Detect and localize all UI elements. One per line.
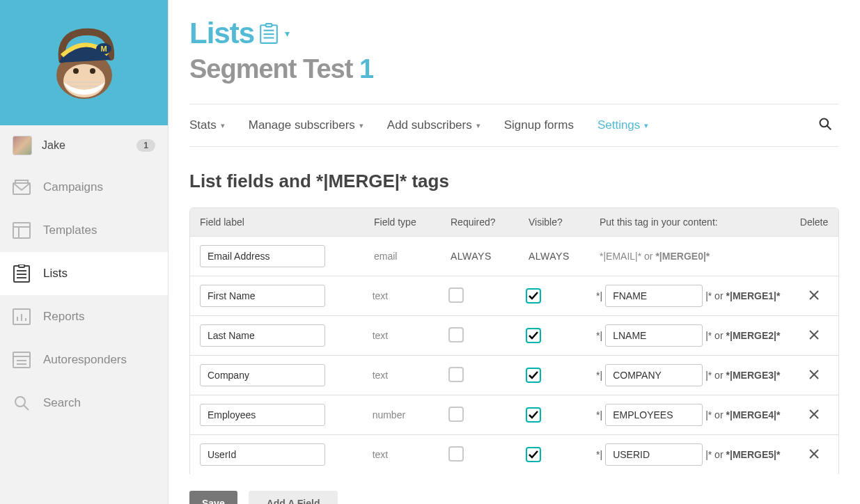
tag-prefix: *|	[596, 449, 602, 460]
user-row[interactable]: Jake 1	[0, 125, 168, 166]
delete-field-button[interactable]	[808, 290, 820, 301]
visible-checkbox[interactable]	[526, 368, 541, 383]
tag-suffix: |* or	[705, 290, 723, 301]
tag-suffix: |* or	[705, 409, 723, 420]
visible-checkbox[interactable]	[526, 447, 541, 462]
field-type: email	[364, 242, 441, 270]
col-header-tag: Put this tag in your content:	[590, 208, 790, 236]
svg-rect-28	[266, 24, 272, 26]
sidebar-item-reports[interactable]: Reports	[0, 295, 168, 338]
merge-tag-alt: *|MERGE4|*	[726, 409, 781, 420]
chevron-down-icon: ▾	[644, 121, 648, 130]
add-field-button[interactable]: Add A Field	[249, 491, 338, 504]
tab-signup-forms[interactable]: Signup forms	[504, 118, 574, 132]
svg-rect-13	[19, 265, 24, 267]
merge-tag-input[interactable]	[605, 324, 703, 347]
autoresponder-icon	[13, 351, 31, 369]
required-checkbox[interactable]	[448, 288, 464, 303]
table-row: text*||* or *|MERGE1|*	[190, 276, 838, 316]
merge-tag-alt: *|MERGE2|*	[726, 330, 781, 341]
field-type: number	[363, 401, 439, 429]
field-label-input[interactable]	[200, 364, 325, 386]
search-button[interactable]	[818, 117, 839, 134]
sidebar-item-templates[interactable]: Templates	[0, 209, 168, 252]
tab-stats[interactable]: Stats▾	[189, 118, 225, 132]
breadcrumb[interactable]: Lists ▾	[189, 17, 839, 50]
visible-checkbox[interactable]	[526, 407, 541, 423]
chevron-down-icon: ▾	[221, 121, 225, 130]
save-button[interactable]: Save	[189, 491, 237, 504]
required-always: ALWAYS	[451, 251, 492, 262]
field-label-input[interactable]	[200, 285, 325, 307]
notification-badge: 1	[136, 139, 155, 152]
required-checkbox[interactable]	[448, 446, 464, 462]
chevron-down-icon: ▾	[476, 121, 480, 130]
page-title-number: 1	[359, 54, 373, 84]
list-icon	[13, 265, 31, 283]
svg-point-5	[90, 68, 95, 74]
table-header: Field label Field type Required? Visible…	[190, 208, 838, 237]
required-checkbox[interactable]	[448, 327, 464, 342]
svg-point-4	[73, 68, 79, 74]
svg-rect-9	[13, 223, 30, 238]
visible-checkbox[interactable]	[526, 328, 541, 343]
delete-field-button[interactable]	[808, 329, 820, 340]
sidebar-item-search[interactable]: Search	[0, 381, 168, 425]
table-row: text*||* or *|MERGE3|*	[190, 356, 838, 395]
sidebar-item-label: Templates	[43, 223, 97, 237]
visible-checkbox[interactable]	[526, 288, 541, 304]
merge-tag-alt: *|MERGE5|*	[726, 449, 781, 460]
primary-nav: Campaigns Templates Lists	[0, 166, 168, 425]
merge-tag-input[interactable]	[605, 443, 703, 466]
field-label-input[interactable]	[200, 324, 325, 347]
tab-label: Stats	[189, 118, 217, 132]
table-row: emailALWAYSALWAYS*|EMAIL|* or *|MERGE0|*	[190, 237, 838, 276]
col-header-required: Required?	[441, 208, 519, 236]
tag-prefix: *|	[596, 409, 602, 420]
tab-label: Signup forms	[504, 118, 574, 132]
brand-logo[interactable]: M	[0, 0, 168, 125]
tab-add-subscribers[interactable]: Add subscribers▾	[387, 118, 480, 132]
sidebar-item-label: Autoresponders	[43, 353, 127, 367]
chart-icon	[13, 308, 31, 326]
col-header-type: Field type	[364, 208, 441, 236]
sidebar-item-lists[interactable]: Lists	[0, 252, 168, 295]
tag-suffix: |* or	[705, 449, 723, 460]
search-icon	[818, 117, 832, 131]
sidebar-item-label: Reports	[43, 310, 85, 324]
visible-always: ALWAYS	[529, 251, 570, 262]
tab-manage-subscribers[interactable]: Manage subscribers▾	[249, 118, 363, 132]
mailchimp-logo-icon: M	[42, 21, 126, 104]
sidebar-item-label: Search	[43, 396, 81, 410]
svg-point-25	[15, 397, 25, 407]
svg-point-32	[820, 119, 829, 127]
col-header-visible: Visible?	[519, 208, 590, 236]
sidebar-item-campaigns[interactable]: Campaigns	[0, 166, 168, 209]
table-row: text*||* or *|MERGE5|*	[190, 435, 838, 474]
col-header-label: Field label	[190, 208, 364, 236]
tab-settings[interactable]: Settings▾	[597, 118, 648, 132]
chevron-down-icon: ▾	[283, 28, 290, 39]
merge-tag-input[interactable]	[605, 364, 703, 386]
field-type: text	[363, 441, 439, 468]
sidebar-item-label: Campaigns	[43, 180, 103, 194]
search-icon	[13, 394, 31, 412]
sidebar-item-autoresponders[interactable]: Autoresponders	[0, 338, 168, 381]
tag-suffix: |* or	[705, 370, 723, 381]
required-checkbox[interactable]	[448, 407, 464, 422]
field-label-input[interactable]	[200, 245, 325, 267]
page-title: Segment Test 1	[189, 54, 839, 84]
delete-field-button[interactable]	[808, 409, 820, 420]
tag-prefix: *|	[596, 370, 602, 381]
merge-tag-input[interactable]	[605, 285, 703, 307]
required-checkbox[interactable]	[448, 367, 464, 382]
table-row: text*||* or *|MERGE2|*	[190, 316, 838, 356]
delete-field-button[interactable]	[808, 369, 820, 380]
merge-tag-input[interactable]	[605, 404, 703, 426]
field-label-input[interactable]	[200, 404, 325, 426]
section-title: List fields and *|MERGE|* tags	[189, 171, 839, 192]
tag-prefix: *|	[596, 330, 602, 341]
delete-field-button[interactable]	[808, 448, 820, 459]
avatar	[13, 136, 32, 155]
field-label-input[interactable]	[200, 443, 325, 466]
